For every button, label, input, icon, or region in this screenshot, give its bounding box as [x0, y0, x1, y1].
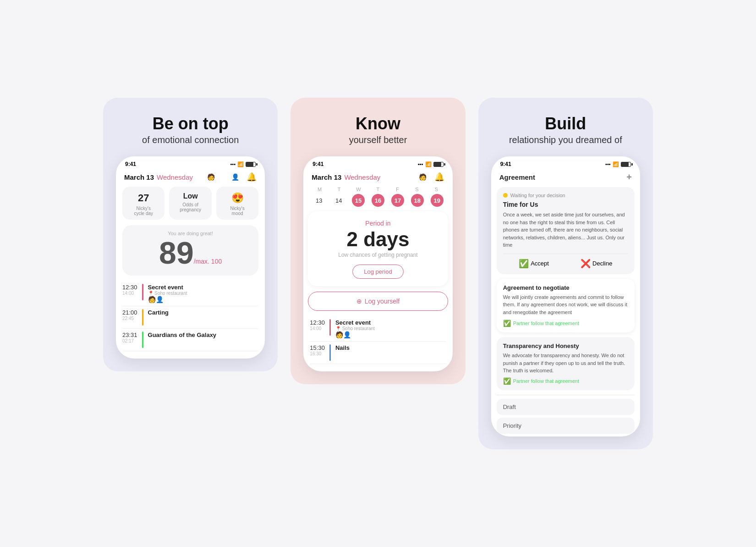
phone-left-date-row: March 13 Wednesday 🧑 👤 🔔	[116, 169, 265, 187]
event-time-block: 12:30 14:00	[310, 319, 325, 331]
priority-row: Priority	[497, 418, 635, 434]
event-item: 15:30 16:30 Nails	[310, 342, 446, 364]
battery-icon	[433, 162, 444, 167]
status-icons: ▪▪▪ 📶	[605, 161, 631, 167]
widget-cycle-day: 27 Nicky'scycle day	[122, 187, 164, 220]
cal-date-highlight[interactable]: 19	[431, 194, 444, 207]
cal-date[interactable]: 13	[312, 194, 325, 207]
date-main: March 13	[312, 173, 341, 181]
cal-date-highlight[interactable]: 15	[352, 194, 365, 207]
event-location: 📍 Soho restaurant	[148, 291, 259, 296]
partner-label: ✅ Partner follow that agreement	[503, 377, 628, 385]
cal-date-highlight[interactable]: 17	[391, 194, 404, 207]
decline-icon: ❌	[581, 259, 591, 269]
event-name: Carting	[148, 309, 259, 316]
accept-label: Accept	[531, 260, 549, 267]
status-time: 9:41	[125, 161, 136, 167]
cycle-day-label: Nicky'scycle day	[134, 206, 153, 216]
battery-icon	[246, 162, 256, 167]
card-left: Be on top of emotional connection 9:41 ▪…	[103, 98, 278, 371]
status-time: 9:41	[500, 161, 511, 167]
cal-dates: 13 14 15 16 17 18 19	[310, 194, 446, 207]
agreement-header: Agreement +	[491, 169, 640, 187]
phone-left-status: 9:41 ▪▪▪ 📶	[116, 156, 265, 169]
odds-label: Odds ofpregnancy	[180, 202, 201, 212]
event-time-block: 21:00 22:45	[122, 309, 137, 321]
agreement-card2-body: We will jointly create agreements and co…	[503, 293, 628, 316]
wifi-icon: 📶	[425, 161, 432, 167]
event-end: 02:17	[122, 338, 137, 343]
cal-day: T	[329, 187, 349, 192]
widget-mood: 😍 Nicky'smood	[216, 187, 258, 220]
agreement-card2-title: Agreement to negotiate	[503, 284, 628, 291]
event-item: 23:31 02:17 Guardians of the Galaxy	[122, 329, 258, 351]
add-agreement-button[interactable]: +	[626, 172, 632, 182]
event-info: Secret event 📍 Soho restaurant 🧑👤	[335, 319, 446, 338]
card-mid-title: Know	[356, 114, 400, 133]
event-time-block: 23:31 02:17	[122, 332, 137, 343]
event-time: 23:31	[122, 332, 137, 338]
cal-day: T	[368, 187, 388, 192]
odds-value: Low	[183, 192, 198, 200]
card-right-title: Build	[545, 114, 586, 133]
period-sub: Low chances of getting pregnant	[315, 252, 440, 258]
cal-date-highlight[interactable]: 18	[411, 194, 424, 207]
cal-date-highlight[interactable]: 16	[372, 194, 384, 207]
decline-button[interactable]: ❌ Decline	[581, 259, 612, 269]
status-icons: ▪▪▪ 📶	[418, 161, 444, 167]
mood-value: 😍	[231, 192, 244, 204]
draft-row: Draft	[497, 399, 635, 415]
log-period-button[interactable]: Log period	[352, 265, 403, 279]
event-time: 15:30	[310, 344, 325, 351]
partner-text: Partner follow that agreement	[513, 320, 579, 326]
calendar-section: M T W T F S S 13 14 15 16 17 18 19	[303, 187, 452, 211]
event-end: 22:45	[122, 316, 137, 321]
cycle-day-value: 27	[138, 192, 149, 204]
cal-date[interactable]: 14	[332, 194, 345, 207]
bell-icon: 🔔	[247, 172, 257, 182]
cal-day: W	[349, 187, 368, 192]
agreement-card-title: Time for Us	[503, 201, 628, 208]
phone-right-status: 9:41 ▪▪▪ 📶	[491, 156, 640, 169]
cal-day: S	[407, 187, 427, 192]
check-icon: ✅	[503, 377, 511, 385]
period-label: Period in	[315, 220, 440, 227]
event-bar	[329, 319, 331, 336]
card-mid: Know yourself better 9:41 ▪▪▪ 📶 March 13…	[290, 98, 465, 384]
agreement-negotiate-card: Agreement to negotiate We will jointly c…	[497, 279, 635, 333]
signal-icon: ▪▪▪	[418, 161, 423, 167]
plus-circle-icon: ⊕	[356, 298, 362, 305]
signal-icon: ▪▪▪	[605, 161, 611, 167]
agreement-card3-body: We advocate for transparency and honesty…	[503, 352, 628, 375]
status-icons: ▪▪▪ 📶	[230, 161, 256, 167]
agreement-actions: ✅ Accept ❌ Decline	[503, 254, 628, 269]
phone-mid-status: 9:41 ▪▪▪ 📶	[303, 156, 452, 169]
signal-icon: ▪▪▪	[230, 161, 236, 167]
event-info: Nails	[335, 344, 446, 351]
cal-day: F	[388, 187, 407, 192]
avatar1: 🧑	[205, 171, 217, 183]
avatar2: 👤	[229, 171, 241, 183]
partner-text: Partner follow that agreement	[513, 378, 579, 384]
card-right-subtitle: relationship you dreamed of	[509, 135, 622, 145]
date-main: March 13	[124, 173, 154, 181]
score-number: 89	[159, 235, 194, 270]
event-info: Guardians of the Galaxy	[148, 332, 259, 338]
cal-days-header: M T W T F S S	[310, 187, 446, 192]
divider	[497, 395, 635, 395]
log-yourself-label: Log yourself	[365, 298, 400, 305]
bell-icon: 🔔	[434, 172, 444, 182]
event-name: Guardians of the Galaxy	[148, 332, 259, 338]
widget-odds: Low Odds ofpregnancy	[169, 187, 211, 220]
phone-mid: 9:41 ▪▪▪ 📶 March 13 Wednesday 🧑 🔔 M T W	[303, 156, 452, 371]
accept-button[interactable]: ✅ Accept	[519, 259, 549, 269]
cal-day: M	[310, 187, 329, 192]
event-bar	[142, 332, 143, 348]
waiting-label-row: Waiting for your decision	[503, 193, 628, 198]
decline-label: Decline	[592, 260, 612, 267]
wifi-icon: 📶	[613, 161, 619, 167]
event-time: 12:30	[310, 319, 325, 326]
log-yourself-button[interactable]: ⊕ Log yourself	[308, 292, 448, 311]
period-card: Period in 2 days Low chances of getting …	[308, 211, 448, 286]
widgets-row: 27 Nicky'scycle day Low Odds ofpregnancy…	[116, 187, 265, 225]
